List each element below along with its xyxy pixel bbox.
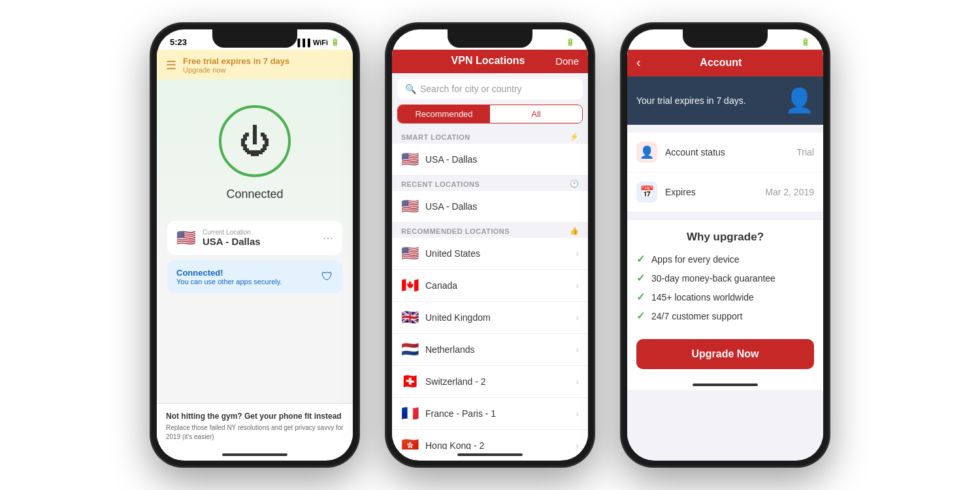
signal-icon: ▐▐▐ [295,39,310,46]
status-time-1: 5:23 [170,37,187,47]
smart-location-row[interactable]: 🇺🇸 USA - Dallas [392,144,588,176]
signal-icon-2: ▐▐▐ [530,39,545,46]
search-bar[interactable]: 🔍 Search for city or country [397,78,583,99]
phone-3: 5:24 ▐▐▐ WiFi 🔋 ‹ Account Your trial exp… [621,23,830,467]
feature-text-4: 24/7 customer support [651,311,742,321]
battery-icon-3: 🔋 [801,38,810,46]
account-status-label: Account status [665,147,789,157]
calendar-icon: 📅 [640,185,654,199]
upgrade-title: Why upgrade? [636,231,814,244]
recent-location-row[interactable]: 🇺🇸 USA - Dallas [392,191,588,223]
lightning-icon: ⚡ [570,133,580,141]
thumb-icon: 👍 [570,227,580,235]
feature-text-2: 30-day money-back guarantee [651,273,776,284]
signal-icon-3: ▐▐▐ [765,39,780,46]
chevron-icon: › [576,312,579,323]
chevron-icon: › [576,440,579,449]
phone1-main: ⏻ Connected 🇺🇸 Current Location USA - Da… [157,79,353,403]
phone2-content: VPN Locations Done 🔍 Search for city or … [392,50,588,460]
list-item[interactable]: 🇳🇱 Netherlands › [392,334,588,366]
home-indicator-2 [392,449,588,460]
list-item[interactable]: 🇬🇧 United Kingdom › [392,302,588,334]
chevron-icon: › [576,376,579,387]
feature-text-1: Apps for every device [651,254,740,265]
recent-locations-header: RECENT LOCATIONS 🕐 [392,176,588,191]
smart-flag: 🇺🇸 [401,151,419,168]
location-card[interactable]: 🇺🇸 Current Location USA - Dallas ⋯ [167,221,342,255]
connected-banner: Connected! You can use other apps secure… [167,260,342,293]
phone3-content: ‹ Account Your trial expires in 7 days. … [627,50,823,460]
feature-2: ✓ 30-day money-back guarantee [636,272,814,284]
location-info: Current Location USA - Dallas [203,229,316,247]
shield-icon: 🛡 [321,270,333,284]
phone1-content: ☰ Free trial expires in 7 days Upgrade n… [157,50,353,460]
expires-icon: 📅 [636,182,657,203]
recent-flag: 🇺🇸 [401,198,419,215]
more-icon[interactable]: ⋯ [323,232,333,244]
list-item[interactable]: 🇭🇰 Hong Kong - 2 › [392,430,588,449]
status-icons-1: ▐▐▐ WiFi 🔋 [295,38,340,46]
notch-2 [448,29,532,48]
wifi-icon-3: WiFi [783,39,798,46]
expires-label: Expires [665,187,757,197]
phone1-footer: Not hitting the gym? Get your phone fit … [157,403,353,449]
smart-location-name: USA - Dallas [425,154,579,165]
list-item[interactable]: 🇫🇷 France - Paris - 1 › [392,398,588,430]
locations-list: SMART LOCATION ⚡ 🇺🇸 USA - Dallas RECENT … [392,129,588,449]
chevron-icon: › [576,248,579,259]
person-icon: 👤 [640,145,654,159]
chevron-icon: › [576,280,579,291]
vpn-locations-title: VPN Locations [421,55,555,67]
tab-all[interactable]: All [490,105,582,123]
status-icons-3: ▐▐▐ WiFi 🔋 [765,38,810,46]
phone-1: 5:23 ▐▐▐ WiFi 🔋 ☰ Free trial expires in … [150,23,359,467]
list-item[interactable]: 🇨🇭 Switzerland - 2 › [392,366,588,398]
feature-text-3: 145+ locations worldwide [651,292,754,302]
account-avatar-icon: 👤 [785,87,814,114]
feature-1: ✓ Apps for every device [636,253,814,265]
search-icon: 🔍 [405,84,416,94]
tab-recommended[interactable]: Recommended [398,105,490,123]
status-time-2: 5:24 [405,37,422,47]
hamburger-icon[interactable]: ☰ [166,58,176,73]
phone-2: 5:24 ▐▐▐ WiFi 🔋 VPN Locations Done 🔍 S [385,23,595,467]
list-item[interactable]: 🇨🇦 Canada › [392,270,588,302]
expires-item: 📅 Expires Mar 2, 2019 [627,172,823,212]
power-button[interactable]: ⏻ [219,105,291,177]
account-status-item: 👤 Account status Trial [627,133,823,172]
ad-text: Replace those failed NY resolutions and … [166,423,344,442]
battery-icon-2: 🔋 [566,38,575,46]
account-items: 👤 Account status Trial 📅 Expires Mar 2, … [627,133,823,212]
trial-info-banner: Your trial expires in 7 days. 👤 [627,76,823,125]
expires-value: Mar 2, 2019 [765,187,814,197]
connected-label: Connected [226,188,283,201]
wifi-icon: WiFi [313,39,328,46]
done-button[interactable]: Done [555,56,579,67]
feature-3: ✓ 145+ locations worldwide [636,291,814,303]
check-icon-1: ✓ [636,253,645,265]
home-bar-1 [222,453,287,456]
notch-1 [212,29,297,48]
account-title: Account [641,57,801,69]
trial-text: Your trial expires in 7 days. [636,95,746,106]
back-icon[interactable]: ‹ [636,55,641,70]
trial-banner-phone1[interactable]: ☰ Free trial expires in 7 days Upgrade n… [157,50,353,79]
location-name: USA - Dallas [203,236,316,247]
list-item[interactable]: 🇺🇸 United States › [392,238,588,270]
search-placeholder: Search for city or country [420,84,522,94]
connected-banner-sub: You can use other apps securely. [176,278,315,286]
check-icon-4: ✓ [636,310,645,322]
upgrade-section: Why upgrade? ✓ Apps for every device ✓ 3… [627,220,823,380]
upgrade-now-button[interactable]: Upgrade Now [636,339,814,369]
power-icon: ⏻ [239,123,270,159]
phones-container: 5:23 ▐▐▐ WiFi 🔋 ☰ Free trial expires in … [137,10,843,480]
notch-3 [683,29,768,48]
account-status-value: Trial [796,147,814,157]
phone2-header: VPN Locations Done [392,50,588,73]
recent-location-name: USA - Dallas [425,201,579,212]
wifi-icon-2: WiFi [548,39,563,46]
battery-icon: 🔋 [331,38,340,46]
check-icon-2: ✓ [636,272,645,284]
smart-location-header: SMART LOCATION ⚡ [392,129,588,144]
banner-sub[interactable]: Upgrade now [183,66,344,74]
